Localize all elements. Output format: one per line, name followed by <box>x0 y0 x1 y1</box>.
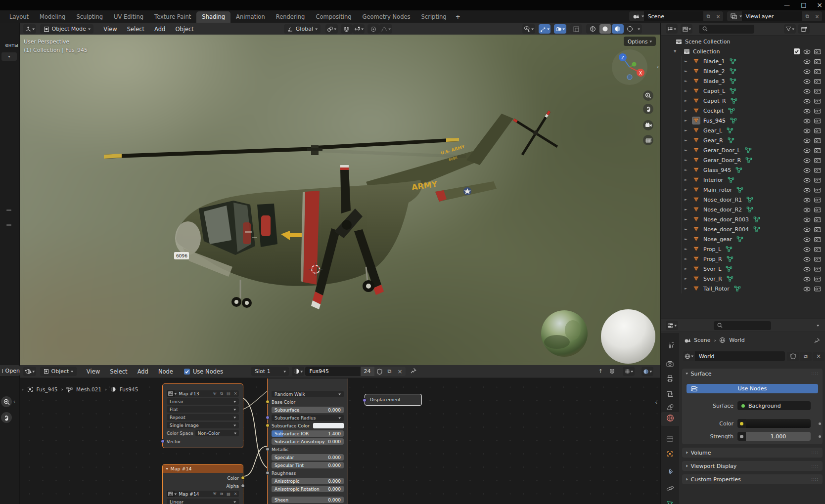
camera-visibility-icon[interactable] <box>814 57 821 66</box>
camera-visibility-icon[interactable] <box>814 136 821 145</box>
add-workspace-button[interactable]: + <box>452 11 464 23</box>
expand-caret-icon[interactable]: ► <box>685 208 687 211</box>
viewport-menu-view[interactable]: View <box>98 26 122 33</box>
drag-grip-icon[interactable]: :::: <box>811 372 819 376</box>
bsdf-specular-tint-slider[interactable]: Specular Tint0.000 <box>272 462 344 468</box>
collapse-region-icon[interactable]: ‹ <box>657 64 659 70</box>
camera-visibility-icon[interactable] <box>814 67 821 76</box>
properties-options-dropdown[interactable]: ▾ <box>817 324 820 328</box>
node-canvas[interactable]: › Fus_945 › Mesh.021 › Fus945 ‹ <box>20 378 660 504</box>
mode-dropdown[interactable]: Object Mode▾ <box>40 24 94 34</box>
expand-caret-icon[interactable]: ► <box>685 178 687 182</box>
image-datablock-row[interactable]: ▾ Map #13 ⛨ ⧉ ▤ × <box>167 390 239 397</box>
copy-icon[interactable]: ⧉ <box>218 391 225 396</box>
use-nodes-button[interactable]: Use Nodes <box>687 384 818 393</box>
outliner-row-fus-945[interactable]: ►Fus_945 <box>661 116 825 126</box>
camera-visibility-icon[interactable] <box>814 195 821 205</box>
toggle-ortho-button[interactable] <box>643 135 653 145</box>
camera-visibility-icon[interactable] <box>814 156 821 165</box>
unlink-icon[interactable]: × <box>813 352 825 361</box>
bsdf-specular-slider[interactable]: Specular0.000 <box>272 454 344 461</box>
outliner-row-prop-r[interactable]: ►Prop_R <box>661 254 825 264</box>
expand-caret-icon[interactable]: ► <box>685 138 687 142</box>
breadcrumb-scene[interactable]: Scene <box>694 337 711 343</box>
properties-tab-physics[interactable] <box>661 482 679 496</box>
scene-name[interactable]: Scene <box>644 11 703 21</box>
camera-visibility-icon[interactable] <box>814 185 821 195</box>
hide-eye-icon[interactable] <box>803 185 811 195</box>
hide-eye-icon[interactable] <box>803 274 811 284</box>
color-space-dropdown[interactable]: Non-Color▾ <box>195 430 239 436</box>
properties-tab-output[interactable] <box>661 372 679 386</box>
camera-visibility-icon[interactable] <box>814 215 821 224</box>
expand-caret-icon[interactable]: ► <box>685 188 687 192</box>
expand-caret-icon[interactable]: ► <box>685 227 687 231</box>
editor-type-3dview-icon[interactable]: ▾ <box>23 24 36 34</box>
display-mode-dropdown[interactable]: ▾ <box>666 24 678 34</box>
hide-eye-icon[interactable] <box>803 215 811 224</box>
fake-user-shield-icon[interactable] <box>787 352 799 361</box>
close-icon[interactable]: × <box>232 391 239 396</box>
hide-eye-icon[interactable] <box>803 77 811 86</box>
hide-eye-icon[interactable] <box>803 235 811 244</box>
zoom-button[interactable] <box>643 90 653 101</box>
expand-caret-icon[interactable]: ► <box>685 168 687 172</box>
proportional-falloff-dropdown[interactable]: ▾ <box>379 24 392 34</box>
expand-caret-icon[interactable]: ► <box>685 109 687 113</box>
hidden-panel-dropdown[interactable]: ▾ <box>1 52 17 61</box>
folder-icon[interactable]: ▤ <box>225 391 232 396</box>
node-snap-type-dropdown[interactable]: ▾ <box>623 367 635 376</box>
proportional-editing-icon[interactable] <box>367 24 379 34</box>
outliner-row-svor-l[interactable]: ►Svor_L <box>661 264 825 274</box>
hide-eye-icon[interactable] <box>803 116 811 126</box>
close-button[interactable]: × <box>813 0 825 9</box>
outliner-search-input[interactable] <box>699 25 754 34</box>
interpolation-dropdown[interactable]: Linear▾ <box>167 398 239 405</box>
expand-caret-icon[interactable]: ► <box>685 119 687 123</box>
properties-editor-icon[interactable]: ▾ <box>666 321 678 330</box>
properties-tab-view-layer[interactable] <box>661 387 679 401</box>
hide-eye-icon[interactable] <box>803 156 811 165</box>
outliner-row-blade-1[interactable]: ►Blade_1 <box>661 56 825 66</box>
metallic-socket[interactable] <box>266 447 270 451</box>
shader-menu-add[interactable]: Add <box>133 368 153 375</box>
expand-caret-icon[interactable]: ► <box>685 99 687 103</box>
outliner-row-tail-rotor[interactable]: ►Tail_Rotor <box>661 284 825 294</box>
breadcrumb-object[interactable]: Fus_945 <box>37 386 58 392</box>
image-datablock-row[interactable]: ▾ Map #14 ⛨ ⧉ ▤ × <box>167 491 239 497</box>
workspace-tab-geometry-nodes[interactable]: Geometry Nodes <box>357 11 416 23</box>
outliner-row-prop-l[interactable]: ►Prop_L <box>661 244 825 254</box>
workspace-tab-compositing[interactable]: Compositing <box>310 11 357 23</box>
material-name-field[interactable]: Fus945 <box>305 367 361 376</box>
snap-magnet-icon[interactable] <box>341 24 353 34</box>
workspace-tab-rendering[interactable]: Rendering <box>271 11 311 23</box>
node-overlay-toggle[interactable]: ▾ <box>642 367 653 376</box>
fake-user-shield-icon[interactable] <box>374 367 385 376</box>
shading-dropdown[interactable]: ▾ <box>636 27 642 31</box>
copy-material-icon[interactable]: ⧉ <box>385 367 395 376</box>
shield-icon[interactable]: ⛨ <box>211 492 218 497</box>
camera-visibility-icon[interactable] <box>814 264 821 274</box>
expand-sidebar-icon[interactable]: ‹ <box>655 399 657 406</box>
expand-caret-icon[interactable]: ► <box>685 277 687 281</box>
new-collection-button[interactable] <box>798 24 810 34</box>
open-image-button[interactable]: Open <box>0 365 20 376</box>
camera-visibility-icon[interactable] <box>814 116 821 126</box>
navigation-gizmo[interactable]: Z X <box>611 48 648 86</box>
workspace-tab-uv-editing[interactable]: UV Editing <box>108 11 149 23</box>
hide-eye-icon[interactable] <box>803 225 811 234</box>
panel-custom-properties[interactable]: ▾Custom Properties:::: <box>682 474 823 484</box>
viewport-menu-object[interactable]: Object <box>170 26 198 33</box>
outliner-row-nose-door-r003[interactable]: ►Nose_door_R003 <box>661 214 825 224</box>
camera-visibility-icon[interactable] <box>814 146 821 155</box>
bsdf-subsurface-anisotropy-slider[interactable]: Subsurface Anisotropy0.000 <box>272 438 344 445</box>
hide-eye-icon[interactable] <box>803 254 811 264</box>
hide-eye-icon[interactable] <box>803 86 811 96</box>
vector-socket[interactable] <box>161 439 165 443</box>
shield-icon[interactable]: ⛨ <box>211 391 218 396</box>
bsdf-subsurface-radius-dropdown[interactable]: Subsurface Radius▾ <box>272 415 344 421</box>
properties-tab-tool[interactable] <box>661 339 679 353</box>
show-gizmo-toggle[interactable]: ▾ <box>539 24 551 34</box>
outliner-row-capot-r[interactable]: ►Capot_R <box>661 96 825 106</box>
roughness-socket[interactable] <box>266 471 270 475</box>
